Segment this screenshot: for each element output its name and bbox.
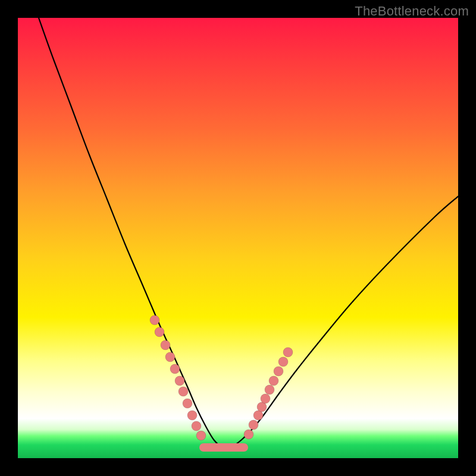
bead bbox=[265, 385, 274, 394]
watermark-text: TheBottleneck.com bbox=[355, 4, 469, 19]
bottleneck-curve bbox=[39, 18, 458, 448]
beads-right-cluster bbox=[244, 347, 293, 439]
bead bbox=[283, 347, 293, 357]
bead bbox=[244, 430, 253, 439]
bead bbox=[257, 402, 267, 412]
bead bbox=[274, 367, 283, 376]
bead bbox=[150, 315, 159, 325]
bead bbox=[170, 364, 180, 374]
bead bbox=[165, 352, 175, 362]
bead bbox=[192, 421, 201, 431]
plot-area bbox=[18, 18, 458, 458]
bead bbox=[178, 387, 188, 396]
bead bbox=[183, 399, 192, 408]
bead bbox=[249, 420, 258, 430]
bead bbox=[187, 411, 197, 420]
outer-frame: TheBottleneck.com bbox=[0, 0, 476, 476]
bead bbox=[278, 357, 288, 367]
bead bbox=[161, 340, 170, 350]
bead bbox=[253, 411, 263, 420]
bead bbox=[196, 431, 206, 440]
bead bbox=[155, 327, 164, 337]
bead bbox=[175, 376, 184, 386]
bead bbox=[261, 394, 270, 403]
beads-left-cluster bbox=[150, 315, 206, 440]
bead bbox=[269, 376, 278, 386]
curve-svg bbox=[18, 18, 458, 458]
